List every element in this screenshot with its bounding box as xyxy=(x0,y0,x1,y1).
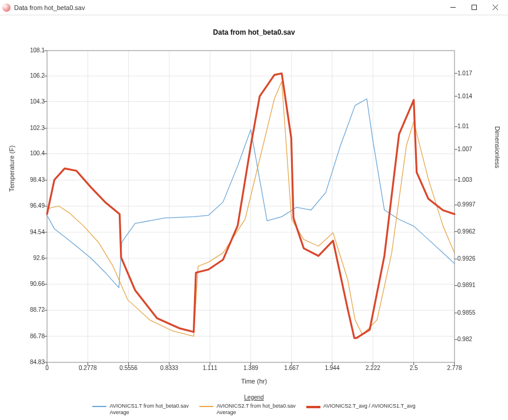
y-right-tick: 1.017 xyxy=(457,70,481,76)
x-tick: 1.389 xyxy=(239,365,263,371)
chart-area: Data from hot_beta0.sav Temperature (F) … xyxy=(0,15,508,420)
x-tick: 2.222 xyxy=(361,365,385,371)
x-tick: 1.667 xyxy=(280,365,303,371)
y-right-tick: 1.014 xyxy=(457,93,481,99)
app-icon xyxy=(2,4,11,12)
y-left-tick: 94.54 xyxy=(21,229,45,235)
window-titlebar: Data from hot_beta0.sav xyxy=(0,0,508,15)
y-right-tick: 0.9855 xyxy=(457,309,481,316)
x-tick: 2.5 xyxy=(402,365,426,371)
svg-rect-1 xyxy=(472,5,476,10)
y-left-tick: 100.4 xyxy=(21,150,45,156)
y-left-tick: 104.3 xyxy=(21,98,45,105)
y-left-tick: 90.66 xyxy=(21,281,45,287)
y-right-tick: 0.982 xyxy=(457,336,481,342)
legend-label: AVIONICS2.T from hot_beta0.savAverage xyxy=(216,403,296,416)
legend-swatch xyxy=(306,406,320,408)
y-right-tick: 1.007 xyxy=(457,146,481,152)
y-left-tick: 88.72 xyxy=(21,306,45,313)
legend-item: AVIONICS1.T from hot_beta0.savAverage xyxy=(92,403,189,416)
legend-swatch xyxy=(199,406,213,407)
x-axis-label: Time (hr) xyxy=(0,378,508,385)
legend-title: Legend xyxy=(0,394,508,401)
y-left-tick: 106.2 xyxy=(21,72,45,79)
chart-plot xyxy=(47,51,454,362)
legend: Legend AVIONICS1.T from hot_beta0.savAve… xyxy=(0,394,508,416)
y-right-tick: 0.9926 xyxy=(457,255,481,262)
y-right-tick: 0.9962 xyxy=(457,228,481,235)
x-tick: 0 xyxy=(35,365,59,371)
y-left-tick: 86.78 xyxy=(21,333,45,339)
close-button[interactable] xyxy=(484,1,506,15)
legend-label: AVIONICS2.T_avg / AVIONICS1.T_avg xyxy=(323,403,416,409)
y-axis-left-label: Temperature (F) xyxy=(8,145,15,192)
y-left-tick: 98.43 xyxy=(21,176,45,183)
y-right-tick: 0.9997 xyxy=(457,201,481,208)
legend-item: AVIONICS2.T from hot_beta0.savAverage xyxy=(199,403,296,416)
y-axis-right-label: Dimensionless xyxy=(494,126,501,168)
legend-swatch xyxy=(92,406,106,407)
y-right-tick: 1.003 xyxy=(457,176,481,183)
legend-label: AVIONICS1.T from hot_beta0.savAverage xyxy=(109,403,189,416)
x-tick: 0.8333 xyxy=(158,365,181,371)
y-left-tick: 102.3 xyxy=(21,125,45,131)
y-right-tick: 1.01 xyxy=(457,123,481,129)
x-tick: 1.944 xyxy=(320,365,344,371)
y-right-tick: 0.9891 xyxy=(457,282,481,288)
maximize-button[interactable] xyxy=(463,1,484,15)
minimize-button[interactable] xyxy=(442,1,463,15)
legend-item: AVIONICS2.T_avg / AVIONICS1.T_avg xyxy=(306,403,416,409)
y-left-tick: 96.49 xyxy=(21,202,45,209)
y-left-tick: 108.1 xyxy=(21,47,45,54)
legend-row: AVIONICS1.T from hot_beta0.savAverageAVI… xyxy=(0,403,508,416)
y-left-tick: 92.6 xyxy=(21,255,45,261)
x-tick: 2.778 xyxy=(443,365,466,371)
x-tick: 1.111 xyxy=(198,365,222,371)
x-tick: 0.2778 xyxy=(76,365,99,371)
window-title: Data from hot_beta0.sav xyxy=(14,4,442,11)
chart-title: Data from hot_beta0.sav xyxy=(0,28,508,36)
x-tick: 0.5556 xyxy=(117,365,141,371)
